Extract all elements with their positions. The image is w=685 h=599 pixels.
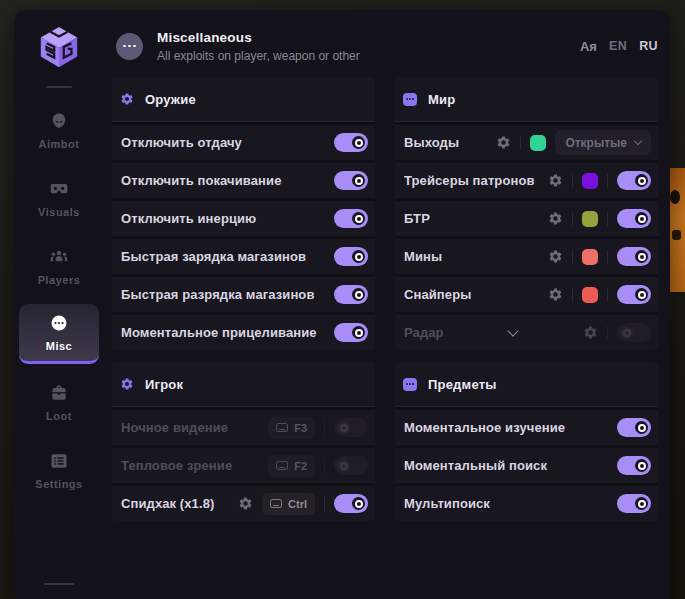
content-column-left: ОружиеОтключить отдачуОтключить покачива…: [112, 77, 375, 521]
gear-icon[interactable]: [496, 135, 511, 150]
gear-icon[interactable]: [548, 173, 563, 188]
hotkey-label: F2: [294, 460, 307, 472]
control-divider: [324, 459, 325, 473]
row-controls: [617, 418, 651, 437]
color-swatch[interactable]: [582, 287, 598, 303]
row-label: Снайперы: [404, 287, 471, 302]
row-label: Моментальное прицеливание: [121, 325, 317, 340]
color-swatch[interactable]: [582, 173, 598, 189]
sidebar-item-visuals[interactable]: Visuals: [19, 168, 99, 228]
toggle-knob: [635, 497, 648, 510]
color-swatch[interactable]: [582, 211, 598, 227]
row-controls: [334, 285, 368, 304]
row-controls: F2: [268, 455, 368, 477]
row-controls: [334, 247, 368, 266]
toggle-switch[interactable]: [334, 171, 368, 190]
feature-row: Моментальное изучение: [395, 407, 658, 445]
gear-icon[interactable]: [548, 249, 563, 264]
section-world: МирВыходыОткрытыеТрейсеры патроновБТРМин…: [395, 77, 658, 350]
toggle-switch[interactable]: [334, 133, 368, 152]
control-divider: [572, 212, 573, 226]
row-label: Трейсеры патронов: [404, 173, 535, 188]
lang-ru-button[interactable]: RU: [639, 39, 658, 53]
language-switcher: Aя EN RU: [580, 39, 658, 53]
alien-icon: [49, 111, 69, 131]
toggle-switch[interactable]: [617, 494, 651, 513]
sidebar-footer-divider: [44, 583, 74, 585]
control-divider: [607, 250, 608, 264]
sidebar: AimbotVisualsPlayersMiscLootSettings: [14, 10, 104, 599]
sidebar-item-settings[interactable]: Settings: [19, 440, 99, 500]
row-controls: [617, 494, 651, 513]
gear-icon[interactable]: [548, 211, 563, 226]
toggle-switch[interactable]: [334, 323, 368, 342]
feature-row: Радар: [395, 312, 658, 350]
feature-row: Отключить покачивание: [112, 160, 375, 198]
gear-icon[interactable]: [238, 496, 253, 511]
sidebar-item-aimbot[interactable]: Aimbot: [19, 100, 99, 160]
gear-icon[interactable]: [583, 325, 598, 340]
toggle-switch[interactable]: [334, 418, 368, 437]
row-controls: [334, 133, 368, 152]
sidebar-item-loot[interactable]: Loot: [19, 372, 99, 432]
color-swatch[interactable]: [530, 135, 546, 151]
toggle-switch[interactable]: [617, 418, 651, 437]
row-label: Мультипоиск: [404, 496, 490, 511]
dropdown-value: Открытые: [565, 136, 627, 150]
toggle-switch[interactable]: [617, 209, 651, 228]
feature-row: ВыходыОткрытые: [395, 122, 658, 160]
feature-row: Быстрая зарядка магазинов: [112, 236, 375, 274]
gear-icon[interactable]: [548, 287, 563, 302]
app-logo: [36, 24, 82, 70]
sidebar-item-misc[interactable]: Misc: [19, 304, 99, 364]
toggle-switch[interactable]: [334, 209, 368, 228]
hotkey-label: F3: [294, 422, 307, 434]
hotkey-badge[interactable]: F3: [268, 417, 315, 439]
hotkey-badge[interactable]: Ctrl: [262, 493, 315, 515]
control-divider: [607, 174, 608, 188]
sidebar-item-label: Aimbot: [39, 138, 80, 150]
hotkey-badge[interactable]: F2: [268, 455, 315, 477]
row-label: Спидхак (x1.8): [121, 496, 214, 511]
toggle-switch[interactable]: [334, 494, 368, 513]
section-dots-icon: [403, 93, 417, 106]
feature-row: Моментальное прицеливание: [112, 312, 375, 350]
control-divider: [572, 174, 573, 188]
row-controls: [548, 209, 651, 228]
sidebar-item-label: Settings: [35, 478, 82, 490]
toggle-switch[interactable]: [334, 456, 368, 475]
toggle-switch[interactable]: [617, 323, 651, 342]
toggle-switch[interactable]: [334, 285, 368, 304]
dropdown-select[interactable]: Открытые: [555, 130, 651, 155]
section-gear-icon[interactable]: [120, 92, 134, 106]
row-label: Мины: [404, 249, 442, 264]
sidebar-item-label: Players: [38, 274, 81, 286]
toggle-knob: [352, 288, 365, 301]
toggle-switch[interactable]: [617, 285, 651, 304]
row-controls: [548, 285, 651, 304]
page-avatar-ellipsis-icon: [116, 33, 143, 60]
toggle-switch[interactable]: [334, 247, 368, 266]
keyboard-icon: [270, 499, 282, 508]
feature-row: Ночное видениеF3: [112, 407, 375, 445]
row-controls: [617, 456, 651, 475]
section-title: Игрок: [145, 377, 183, 392]
toggle-switch[interactable]: [617, 171, 651, 190]
lang-en-button[interactable]: EN: [609, 39, 627, 53]
toggle-switch[interactable]: [617, 247, 651, 266]
sidebar-divider: [46, 86, 72, 88]
expand-button[interactable]: [509, 331, 517, 335]
section-gear-icon[interactable]: [120, 377, 134, 391]
sidebar-item-players[interactable]: Players: [19, 236, 99, 296]
color-swatch[interactable]: [582, 249, 598, 265]
row-label: Тепловое зрение: [121, 458, 232, 473]
page-title: Miscellaneous: [157, 30, 360, 45]
control-divider: [607, 326, 608, 340]
logo-cube-icon: [36, 24, 82, 70]
content-column-right: МирВыходыОткрытыеТрейсеры патроновБТРМин…: [395, 77, 658, 521]
row-controls: Открытые: [496, 130, 651, 155]
sidebar-item-label: Misc: [46, 340, 72, 352]
translate-icon[interactable]: Aя: [580, 40, 597, 53]
toggle-switch[interactable]: [617, 456, 651, 475]
row-label: БТР: [404, 211, 430, 226]
